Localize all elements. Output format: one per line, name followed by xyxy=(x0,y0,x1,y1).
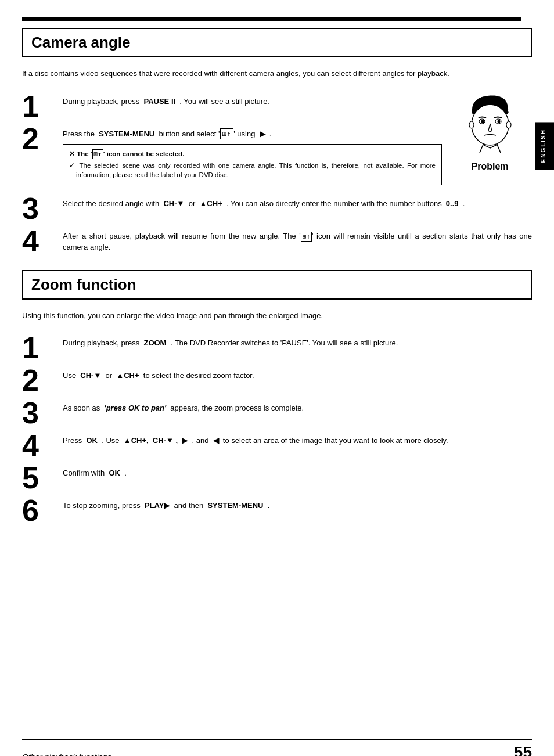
camera-angle-header: Camera angle xyxy=(22,28,532,57)
camera-angle-section: Camera angle If a disc contains video se… xyxy=(22,28,532,256)
zoom-steps: 1 During playback, press ZOOM . The DVD … xyxy=(22,333,532,525)
zoom-step-1-number: 1 xyxy=(22,333,60,363)
content-area: Camera angle If a disc contains video se… xyxy=(22,28,532,563)
zoom-function-title: Zoom function xyxy=(31,276,523,294)
problem-title: ✕ The '⊞↑' icon cannot be selected. xyxy=(69,149,436,159)
footer-page-number: 55 xyxy=(514,743,532,756)
camera-step-2-number: 2 xyxy=(22,124,60,154)
camera-step-1-content: During playback, press PAUSE II . You wi… xyxy=(63,91,442,107)
problem-note: ✓ The selected scene was only recorded w… xyxy=(69,161,436,179)
zoom-step-6-row: 6 To stop zooming, press PLAY▶ and then … xyxy=(22,495,532,525)
camera-step-4-content: After a short pause, playback will resum… xyxy=(63,226,532,253)
zoom-step-6-number: 6 xyxy=(22,495,60,525)
sidebar-english-label: ENGLISH xyxy=(535,122,554,170)
zoom-step-4-row: 4 Press OK . Use ▲CH+, CH-▼ , ▶ , and ◀ … xyxy=(22,430,532,460)
zoom-step-3-row: 3 As soon as 'press OK to pan' appears, … xyxy=(22,398,532,428)
camera-step-3-row: 3 Select the desired angle with CH-▼ or … xyxy=(22,193,532,224)
zoom-step-5-number: 5 xyxy=(22,463,60,493)
svg-point-7 xyxy=(506,121,511,128)
camera-right-col: Problem xyxy=(448,91,532,172)
page-container: ENGLISH Camera angle If a disc contains … xyxy=(0,17,554,756)
svg-point-5 xyxy=(497,120,500,123)
camera-steps-3-4: 3 Select the desired angle with CH-▼ or … xyxy=(22,193,532,256)
camera-step-2-row: 2 Press the SYSTEM-MENU button and selec… xyxy=(22,124,442,185)
camera-step-3-number: 3 xyxy=(22,193,60,224)
face-illustration xyxy=(461,91,519,158)
zoom-step-4-number: 4 xyxy=(22,430,60,460)
page-footer: Other playback functions 55 xyxy=(22,739,532,756)
zoom-function-intro: Using this function, you can enlarge the… xyxy=(22,310,532,322)
footer-label: Other playback functions xyxy=(22,753,111,756)
camera-step-2-content: Press the SYSTEM-MENU button and select … xyxy=(63,124,442,185)
camera-step-1-number: 1 xyxy=(22,91,60,121)
problem-box: ✕ The '⊞↑' icon cannot be selected. ✓ Th… xyxy=(63,144,442,185)
problem-label-text: Problem xyxy=(471,161,508,172)
camera-steps-1-2-with-image: 1 During playback, press PAUSE II . You … xyxy=(22,91,532,188)
camera-step-4-number: 4 xyxy=(22,226,60,256)
zoom-step-3-content: As soon as 'press OK to pan' appears, th… xyxy=(63,398,532,414)
svg-point-3 xyxy=(481,120,484,123)
zoom-step-6-content: To stop zooming, press PLAY▶ and then SY… xyxy=(63,495,532,512)
camera-step-3-content: Select the desired angle with CH-▼ or ▲C… xyxy=(63,193,532,210)
zoom-function-section: Zoom function Using this function, you c… xyxy=(22,270,532,526)
camera-angle-title: Camera angle xyxy=(31,34,523,52)
zoom-step-2-content: Use CH-▼ or ▲CH+ to select the desired z… xyxy=(63,365,532,381)
zoom-step-3-number: 3 xyxy=(22,398,60,428)
camera-step-1-row: 1 During playback, press PAUSE II . You … xyxy=(22,91,442,121)
camera-steps-1-2: 1 During playback, press PAUSE II . You … xyxy=(22,91,442,188)
zoom-step-5-content: Confirm with OK . xyxy=(63,463,532,479)
svg-point-6 xyxy=(469,121,474,128)
zoom-step-2-number: 2 xyxy=(22,365,60,395)
camera-step-4-row: 4 After a short pause, playback will res… xyxy=(22,226,532,256)
zoom-function-header: Zoom function xyxy=(22,270,532,300)
zoom-step-4-content: Press OK . Use ▲CH+, CH-▼ , ▶ , and ◀ to… xyxy=(63,430,532,447)
zoom-step-1-content: During playback, press ZOOM . The DVD Re… xyxy=(63,333,532,349)
camera-angle-intro: If a disc contains video sequences that … xyxy=(22,68,532,80)
zoom-step-1-row: 1 During playback, press ZOOM . The DVD … xyxy=(22,333,532,363)
zoom-step-5-row: 5 Confirm with OK . xyxy=(22,463,532,493)
top-border xyxy=(22,17,521,21)
zoom-step-2-row: 2 Use CH-▼ or ▲CH+ to select the desired… xyxy=(22,365,532,395)
